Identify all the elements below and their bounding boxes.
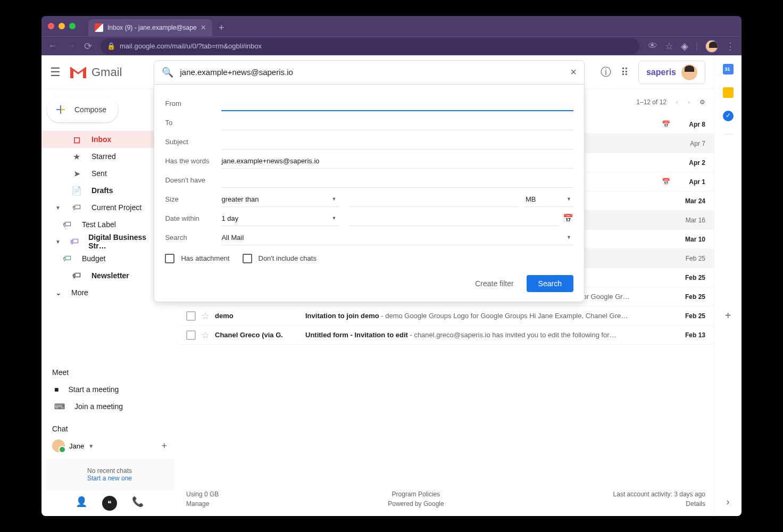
sidebar-item-inbox[interactable]: ◻Inbox9 bbox=[41, 131, 171, 148]
new-tab-button[interactable]: + bbox=[219, 22, 224, 34]
size-value-input[interactable] bbox=[349, 192, 519, 207]
prev-page-icon[interactable]: ‹ bbox=[676, 98, 678, 106]
apps-icon[interactable]: ⠿ bbox=[621, 66, 629, 79]
gmail-header: ☰ Gmail 🔍 × bbox=[41, 55, 714, 89]
star-icon[interactable]: ☆ bbox=[201, 329, 210, 341]
gmail-favicon-icon bbox=[95, 23, 103, 32]
date: Mar 16 bbox=[676, 217, 705, 224]
star-icon[interactable]: ☆ bbox=[201, 310, 210, 322]
mail-row[interactable]: ☆demoInvitation to join demo - demo Goog… bbox=[178, 306, 714, 326]
browser-profile-avatar[interactable] bbox=[705, 40, 718, 53]
date: Apr 1 bbox=[676, 178, 705, 186]
to-input[interactable] bbox=[221, 115, 573, 130]
sidebar-item-sent[interactable]: ➤Sent bbox=[41, 165, 171, 182]
details-link[interactable]: Details bbox=[686, 500, 705, 508]
mail-checkbox[interactable] bbox=[186, 311, 196, 321]
sidebar-item-budget[interactable]: 🏷Budget bbox=[41, 250, 171, 267]
forward-icon[interactable]: → bbox=[66, 40, 76, 52]
has-attachment-checkbox[interactable]: Has attachment bbox=[165, 254, 229, 263]
search-input[interactable] bbox=[180, 68, 564, 77]
settings-icon[interactable]: ⚙ bbox=[699, 98, 705, 106]
label-icon: 🏷 bbox=[71, 271, 82, 280]
date: Feb 25 bbox=[676, 293, 705, 301]
back-icon[interactable]: ← bbox=[48, 40, 57, 52]
label-icon: ★ bbox=[71, 152, 82, 162]
date-input[interactable] bbox=[349, 211, 559, 226]
subject-line: Untitled form - Invitation to edit - cha… bbox=[305, 331, 670, 339]
mail-row[interactable]: ☆Chanel Greco (via G.Untitled form - Inv… bbox=[178, 326, 714, 345]
chat-user-row[interactable]: Jane ▼ + bbox=[41, 437, 178, 454]
sidebar-item-current-project[interactable]: ▼🏷Current Project bbox=[41, 199, 171, 216]
size-operator-select[interactable]: greater than bbox=[221, 192, 338, 207]
label-icon: 🏷 bbox=[62, 220, 72, 229]
search-scope-label: Search bbox=[165, 234, 221, 242]
chat-empty-state: No recent chats Start a new one bbox=[45, 459, 174, 491]
sidebar-item-test-label[interactable]: 🏷Test Label bbox=[41, 216, 171, 233]
mail-checkbox[interactable] bbox=[186, 330, 196, 340]
create-filter-button[interactable]: Create filter bbox=[470, 275, 519, 292]
hamburger-icon[interactable]: ☰ bbox=[50, 65, 61, 79]
sidebar-item-newsletter[interactable]: 🏷Newsletter8 bbox=[41, 267, 171, 284]
from-input[interactable] bbox=[221, 96, 573, 111]
brand-text: saperis bbox=[646, 68, 676, 77]
window-maximize-button[interactable] bbox=[69, 23, 76, 29]
join-meeting-button[interactable]: ⌨Join a meeting bbox=[41, 398, 178, 415]
size-unit-select[interactable]: MB bbox=[526, 192, 573, 207]
user-avatar-icon bbox=[681, 64, 697, 80]
date: Apr 7 bbox=[676, 140, 705, 147]
label-icon: 🏷 bbox=[71, 203, 82, 212]
browser-window: Inbox (9) - jane.example@sape × + ← → ⟳ … bbox=[41, 16, 742, 516]
window-minimize-button[interactable] bbox=[59, 23, 65, 29]
support-icon[interactable]: ⓘ bbox=[601, 65, 611, 79]
keep-addon-icon[interactable] bbox=[723, 87, 734, 98]
search-icon[interactable]: 🔍 bbox=[162, 66, 173, 78]
start-chat-link[interactable]: Start a new one bbox=[87, 475, 132, 482]
label-icon: 🏷 bbox=[70, 237, 79, 246]
storage-text: Using 0 GB bbox=[186, 491, 219, 498]
doesnt-have-input[interactable] bbox=[221, 173, 573, 188]
browser-tab[interactable]: Inbox (9) - jane.example@sape × bbox=[88, 19, 212, 36]
account-brand-button[interactable]: saperis bbox=[638, 61, 705, 84]
subject-input[interactable] bbox=[221, 135, 573, 149]
search-button[interactable]: Search bbox=[527, 275, 573, 292]
browser-right-icons: 👁 ☆ ◈ | ⋮ bbox=[648, 40, 735, 53]
compose-button[interactable]: Compose bbox=[47, 97, 118, 122]
date-within-select[interactable]: 1 day bbox=[221, 211, 338, 226]
policies-link[interactable]: Program Policies bbox=[392, 491, 440, 498]
star-icon[interactable]: ☆ bbox=[665, 40, 673, 52]
phone-icon[interactable]: 📞 bbox=[132, 496, 144, 511]
search-clear-icon[interactable]: × bbox=[570, 66, 577, 78]
label-icon: ◻ bbox=[71, 135, 82, 145]
url-input[interactable]: 🔒 mail.google.com/mail/u/0/?tab=rm&ogbl#… bbox=[101, 38, 639, 54]
hangouts-icon[interactable]: ❝ bbox=[102, 496, 117, 511]
gmail-logo[interactable]: Gmail bbox=[69, 65, 122, 79]
collapse-panel-icon[interactable]: › bbox=[727, 496, 730, 508]
next-page-icon[interactable]: › bbox=[688, 98, 690, 106]
chat-footer-icons: 👤 ❝ 📞 bbox=[41, 491, 178, 516]
gmail-app: ☰ Gmail 🔍 × bbox=[41, 55, 742, 516]
sidebar-item-digital-business-str-[interactable]: ▼🏷Digital Business Str…6 bbox=[41, 233, 171, 250]
browser-menu-icon[interactable]: ⋮ bbox=[726, 40, 735, 52]
search-scope-select[interactable]: All Mail bbox=[221, 230, 573, 245]
eye-icon[interactable]: 👁 bbox=[648, 40, 657, 52]
dont-include-chats-checkbox[interactable]: Don't include chats bbox=[243, 254, 316, 263]
has-words-input[interactable] bbox=[221, 154, 573, 169]
get-addons-icon[interactable]: + bbox=[725, 310, 731, 322]
sidebar-item-starred[interactable]: ★Starred bbox=[41, 148, 171, 165]
start-meeting-button[interactable]: ■Start a meeting bbox=[41, 381, 178, 398]
advanced-search-dropdown: From To Subject Has the words bbox=[154, 85, 585, 302]
date: Feb 13 bbox=[676, 331, 705, 339]
calendar-addon-icon[interactable] bbox=[723, 64, 734, 74]
sidebar-item-drafts[interactable]: 📄Drafts4 bbox=[41, 182, 171, 199]
window-close-button[interactable] bbox=[48, 23, 54, 29]
new-chat-icon[interactable]: + bbox=[161, 440, 167, 452]
reload-icon[interactable]: ⟳ bbox=[84, 40, 92, 52]
date: Apr 8 bbox=[676, 121, 705, 128]
calendar-icon[interactable]: 📅 bbox=[563, 213, 573, 223]
person-icon[interactable]: 👤 bbox=[76, 496, 87, 511]
drive-icon[interactable]: ◈ bbox=[681, 40, 688, 52]
calendar-icon: 📅 bbox=[662, 120, 670, 128]
tab-close-icon[interactable]: × bbox=[201, 23, 206, 32]
manage-link[interactable]: Manage bbox=[186, 500, 219, 508]
tasks-addon-icon[interactable] bbox=[723, 111, 734, 121]
